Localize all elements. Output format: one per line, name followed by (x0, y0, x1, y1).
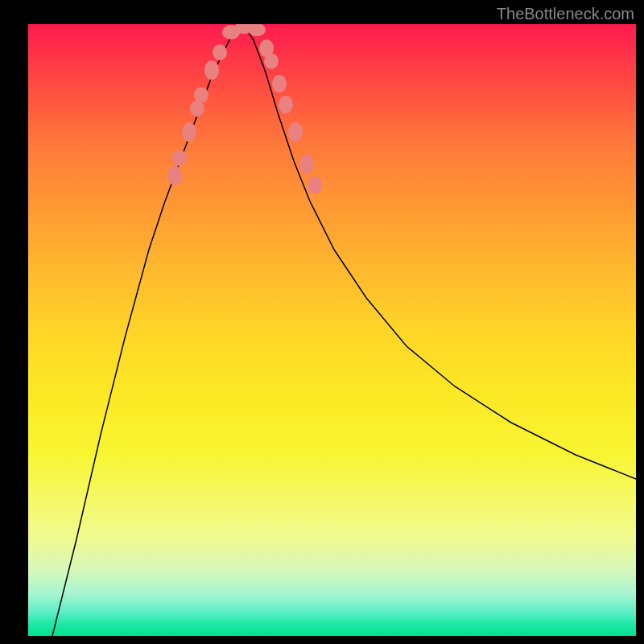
data-marker (279, 96, 293, 114)
data-marker (194, 87, 208, 103)
data-marker (288, 122, 303, 142)
data-marker (190, 101, 204, 117)
data-marker (182, 122, 196, 142)
right-curve-line (244, 24, 636, 479)
data-marker (264, 53, 279, 69)
data-marker (172, 150, 187, 166)
left-curve-line (52, 24, 244, 636)
data-marker (308, 176, 322, 194)
chart-plot-area (28, 24, 636, 636)
marker-group (167, 24, 322, 194)
data-marker (299, 155, 314, 174)
watermark-text: TheBottleneck.com (497, 5, 634, 23)
data-marker (272, 75, 287, 93)
data-marker (167, 166, 182, 185)
data-marker (213, 44, 227, 60)
data-marker (204, 60, 219, 80)
chart-svg (28, 24, 636, 636)
